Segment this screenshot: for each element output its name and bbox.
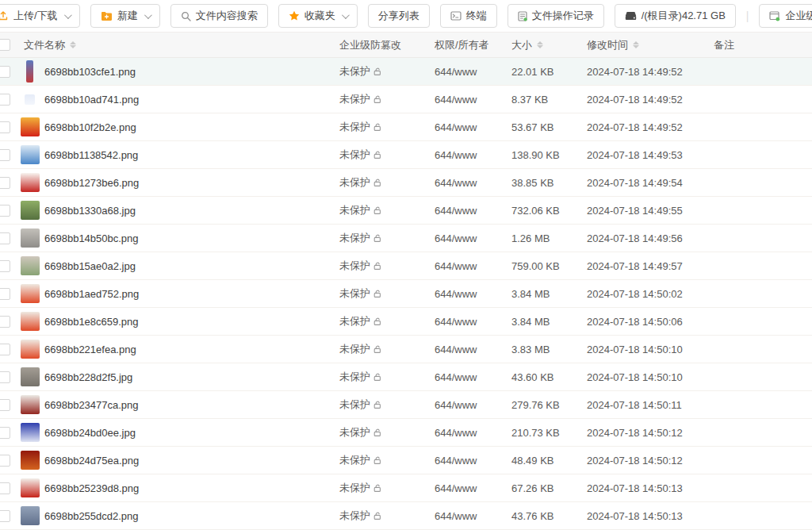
file-name[interactable]: 6698bb1273be6.png bbox=[44, 177, 339, 189]
row-checkbox[interactable] bbox=[0, 177, 10, 189]
row-checkbox-cell bbox=[0, 232, 21, 244]
table-row[interactable]: 6698bb10ad741.png未保护644/www8.37 KB2024-0… bbox=[0, 86, 812, 113]
file-name[interactable]: 6698bb221efea.png bbox=[44, 344, 339, 355]
unlock-icon bbox=[373, 233, 382, 243]
row-checkbox[interactable] bbox=[0, 316, 10, 328]
root-disk-button[interactable]: /(根目录)42.71 GB bbox=[615, 4, 736, 28]
tamper-protection-status[interactable]: 未保护 bbox=[339, 342, 435, 356]
file-permissions-owner: 644/www bbox=[435, 94, 511, 106]
file-size: 38.85 KB bbox=[511, 177, 587, 189]
sort-size-control[interactable] bbox=[537, 41, 543, 48]
file-name[interactable]: 6698bb1aed752.png bbox=[44, 288, 339, 300]
unlock-icon bbox=[373, 122, 382, 132]
row-checkbox[interactable] bbox=[0, 149, 10, 161]
file-operations-log-button[interactable]: 文件操作记录 bbox=[508, 4, 604, 28]
file-name[interactable]: 6698bb103cfe1.png bbox=[44, 66, 339, 78]
file-name[interactable]: 6698bb15ae0a2.jpg bbox=[44, 260, 339, 272]
table-row[interactable]: 6698bb1aed752.png未保护644/www3.84 MB2024-0… bbox=[0, 280, 812, 308]
table-row[interactable]: 6698bb1273be6.png未保护644/www38.85 KB2024-… bbox=[0, 169, 812, 197]
file-name[interactable]: 6698bb10f2b2e.png bbox=[44, 121, 339, 133]
tamper-protection-status[interactable]: 未保护 bbox=[339, 148, 435, 162]
protection-status-text: 未保护 bbox=[339, 342, 370, 356]
terminal-button[interactable]: 终端 bbox=[440, 4, 497, 28]
row-checkbox[interactable] bbox=[0, 94, 10, 106]
file-modified-time: 2024-07-18 14:49:52 bbox=[587, 94, 714, 106]
select-all-checkbox[interactable] bbox=[0, 39, 10, 51]
row-checkbox[interactable] bbox=[0, 455, 10, 467]
favorites-button[interactable]: 收藏夹 bbox=[278, 4, 358, 28]
file-name[interactable]: 6698bb255dcd2.png bbox=[44, 510, 339, 522]
file-thumbnail-cell bbox=[21, 340, 44, 359]
table-row[interactable]: 6698bb24d75ea.png未保护644/www48.49 KB2024-… bbox=[0, 447, 812, 474]
tamper-protection-status[interactable]: 未保护 bbox=[339, 175, 435, 190]
toolbar-button-label: 新建 bbox=[117, 9, 138, 23]
new-button[interactable]: 新建 bbox=[90, 4, 160, 28]
row-checkbox[interactable] bbox=[0, 344, 10, 355]
share-list-button[interactable]: 分享列表 bbox=[368, 4, 430, 28]
tamper-protection-status[interactable]: 未保护 bbox=[339, 259, 435, 273]
row-checkbox[interactable] bbox=[0, 121, 10, 133]
tamper-protection-status[interactable]: 未保护 bbox=[339, 286, 435, 301]
row-checkbox[interactable] bbox=[0, 205, 10, 217]
sort-mtime-control[interactable] bbox=[633, 41, 639, 48]
table-row[interactable]: 6698bb15ae0a2.jpg未保护644/www759.00 KB2024… bbox=[0, 252, 812, 280]
row-checkbox[interactable] bbox=[0, 427, 10, 439]
tamper-protection-status[interactable]: 未保护 bbox=[339, 453, 435, 467]
file-name[interactable]: 6698bb14b50bc.png bbox=[44, 232, 339, 244]
table-row[interactable]: 6698bb24bd0ee.jpg未保护644/www210.73 KB2024… bbox=[0, 419, 812, 447]
table-row[interactable]: 6698bb1330a68.jpg未保护644/www732.06 KB2024… bbox=[0, 197, 812, 225]
file-modified-time: 2024-07-18 14:50:10 bbox=[587, 344, 714, 355]
row-checkbox[interactable] bbox=[0, 399, 10, 411]
file-name[interactable]: 6698bb10ad741.png bbox=[44, 94, 339, 106]
tamper-protection-status[interactable]: 未保护 bbox=[339, 231, 435, 245]
table-row[interactable]: 6698bb1e8c659.png未保护644/www3.84 MB2024-0… bbox=[0, 308, 812, 336]
tamper-protection-status[interactable]: 未保护 bbox=[339, 370, 435, 384]
table-row[interactable]: 6698bb14b50bc.png未保护644/www1.26 MB2024-0… bbox=[0, 225, 812, 252]
tamper-protection-status[interactable]: 未保护 bbox=[339, 120, 435, 134]
tamper-protection-status[interactable]: 未保护 bbox=[339, 203, 435, 217]
row-checkbox[interactable] bbox=[0, 260, 10, 272]
file-name[interactable]: 6698bb24d75ea.png bbox=[44, 455, 339, 467]
tamper-protection-status[interactable]: 未保护 bbox=[339, 92, 435, 106]
file-name[interactable]: 6698bb1138542.png bbox=[44, 149, 339, 161]
row-checkbox[interactable] bbox=[0, 482, 10, 494]
file-name[interactable]: 6698bb25239d8.png bbox=[44, 482, 339, 494]
tamper-protection-status[interactable]: 未保护 bbox=[339, 509, 435, 523]
table-row[interactable]: 6698bb10f2b2e.png未保护644/www53.67 KB2024-… bbox=[0, 113, 812, 141]
tamper-protection-button[interactable]: 企业级防篡改 bbox=[759, 4, 812, 28]
file-thumbnail-cell bbox=[21, 284, 44, 303]
tamper-protection-status[interactable]: 未保护 bbox=[339, 425, 435, 440]
tamper-protection-status[interactable]: 未保护 bbox=[339, 398, 435, 412]
table-row[interactable]: 6698bb25239d8.png未保护644/www67.26 KB2024-… bbox=[0, 474, 812, 502]
table-row[interactable]: 6698bb1138542.png未保护644/www138.90 KB2024… bbox=[0, 141, 812, 169]
row-checkbox[interactable] bbox=[0, 66, 10, 78]
protection-status-text: 未保护 bbox=[339, 64, 370, 79]
file-name[interactable]: 6698bb1e8c659.png bbox=[44, 316, 339, 328]
file-thumbnail-cell bbox=[21, 395, 44, 414]
tamper-protection-status[interactable]: 未保护 bbox=[339, 314, 435, 328]
table-row[interactable]: 6698bb221efea.png未保护644/www3.83 MB2024-0… bbox=[0, 336, 812, 363]
file-name[interactable]: 6698bb23477ca.png bbox=[44, 399, 339, 411]
file-permissions-owner: 644/www bbox=[435, 344, 511, 355]
table-row[interactable]: 6698bb23477ca.png未保护644/www279.76 KB2024… bbox=[0, 391, 812, 419]
sort-filename-control[interactable] bbox=[70, 41, 76, 48]
content-search-button[interactable]: 文件内容搜索 bbox=[170, 4, 268, 28]
tamper-protection-status[interactable]: 未保护 bbox=[339, 64, 435, 79]
table-row[interactable]: 6698bb255dcd2.png未保护644/www43.76 KB2024-… bbox=[0, 502, 812, 530]
table-row[interactable]: 6698bb103cfe1.png未保护644/www22.01 KB2024-… bbox=[0, 58, 812, 86]
row-checkbox[interactable] bbox=[0, 371, 10, 383]
table-row[interactable]: 6698bb228d2f5.jpg未保护644/www43.60 KB2024-… bbox=[0, 363, 812, 391]
upload-download-button[interactable]: 上传/下载 bbox=[0, 4, 80, 28]
file-name[interactable]: 6698bb228d2f5.jpg bbox=[44, 371, 339, 383]
file-modified-time: 2024-07-18 14:50:12 bbox=[587, 427, 714, 439]
tamper-protection-status[interactable]: 未保护 bbox=[339, 481, 435, 495]
file-modified-time: 2024-07-18 14:49:56 bbox=[587, 232, 714, 244]
row-checkbox[interactable] bbox=[0, 232, 10, 244]
file-modified-time: 2024-07-18 14:49:55 bbox=[587, 205, 714, 217]
row-checkbox[interactable] bbox=[0, 510, 10, 522]
file-name[interactable]: 6698bb24bd0ee.jpg bbox=[44, 427, 339, 439]
file-size: 138.90 KB bbox=[511, 149, 587, 161]
file-name[interactable]: 6698bb1330a68.jpg bbox=[44, 205, 339, 217]
file-size: 67.26 KB bbox=[511, 482, 587, 494]
row-checkbox[interactable] bbox=[0, 288, 10, 300]
